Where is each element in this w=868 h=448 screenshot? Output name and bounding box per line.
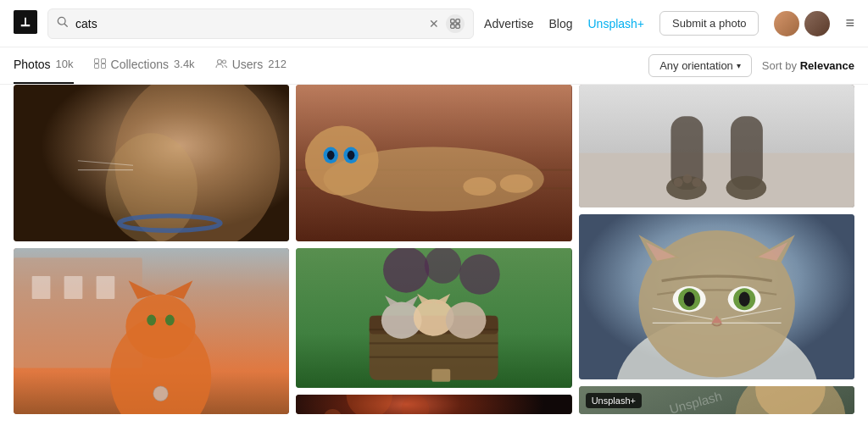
photo-grid: Unsplash+ Unsplash Unsplash Unsplash [0,85,868,414]
svg-rect-22 [64,276,83,299]
svg-rect-9 [94,64,98,68]
svg-point-92 [755,386,825,414]
logo-icon[interactable] [14,10,37,37]
svg-rect-23 [97,276,115,299]
svg-point-70 [682,174,692,184]
grid-col-1 [14,85,289,414]
svg-point-11 [217,59,221,64]
svg-point-44 [425,248,461,284]
svg-point-41 [500,174,533,193]
tab-collections[interactable]: Collections 3.4k [94,47,195,84]
orientation-filter-button[interactable]: Any orientation ▾ [648,54,752,77]
nav-blog[interactable]: Blog [548,17,572,30]
svg-point-68 [726,176,766,200]
unsplash-plus-badge: Unsplash+ [586,393,642,408]
visual-search-icon[interactable] [446,14,465,33]
svg-rect-3 [451,19,454,22]
tabs-bar: Photos 10k Collections 3.4k Users 212 [0,47,868,85]
nav-advertise[interactable]: Advertise [484,17,533,30]
svg-rect-7 [94,58,98,63]
avatar-group [774,11,830,36]
photo-cat-collar[interactable] [14,85,289,241]
svg-point-40 [464,177,497,196]
svg-line-2 [64,24,67,26]
svg-rect-10 [101,64,105,68]
photo-tabby-portrait[interactable] [579,214,854,379]
svg-point-39 [348,151,355,160]
submit-photo-button[interactable]: Submit a photo [659,11,759,36]
svg-point-30 [153,386,168,401]
photo-orange-cat-outdoors[interactable] [14,248,289,414]
svg-point-29 [165,314,175,325]
svg-rect-64 [579,153,854,207]
photo-dark-bokeh[interactable] [296,395,571,414]
svg-rect-6 [456,24,459,27]
sort-label: Sort by Relevance [762,59,854,72]
svg-point-12 [222,60,225,64]
tab-photos-count: 10k [56,58,74,70]
svg-rect-4 [456,19,459,22]
tab-photos-label: Photos [14,58,51,71]
svg-point-35 [305,126,379,196]
header-nav: Advertise Blog Unsplash+ Submit a photo … [484,11,854,36]
svg-rect-8 [101,58,105,63]
nav-unsplash-plus[interactable]: Unsplash+ [587,17,644,30]
svg-rect-5 [451,24,454,27]
svg-rect-21 [32,276,51,299]
search-input[interactable] [75,17,422,30]
svg-point-83 [683,292,694,307]
photo-kittens-basket[interactable] [296,248,571,388]
svg-point-45 [459,254,500,295]
avatar-secondary[interactable] [774,11,799,36]
svg-point-38 [327,151,335,160]
tab-users-count: 212 [268,58,287,70]
photo-cat-blue-eyes[interactable] [296,85,571,241]
tab-collections-label: Collections [111,58,169,71]
photo-cat-feet[interactable] [579,85,854,207]
svg-point-43 [383,248,429,293]
collections-icon [94,58,106,71]
tab-users-label: Users [232,58,264,71]
svg-point-25 [125,295,195,359]
users-icon [215,58,227,71]
tab-photos[interactable]: Photos 10k [14,47,74,84]
avatar-primary[interactable] [804,11,830,36]
chevron-down-icon: ▾ [737,61,741,70]
svg-point-28 [147,314,156,325]
photo-unsplash-plus-cat[interactable]: Unsplash+ Unsplash Unsplash Unsplash [579,386,854,414]
svg-point-71 [692,178,701,187]
grid-col-2 [296,85,571,414]
svg-point-60 [347,395,392,414]
search-bar: ✕ [47,8,474,39]
orientation-label: Any orientation [659,59,733,72]
grid-col-3: Unsplash+ Unsplash Unsplash Unsplash [579,85,854,414]
header: ✕ Advertise Blog Unsplash+ Submit a phot… [0,0,868,47]
search-icon [57,16,69,31]
svg-point-53 [446,302,487,339]
svg-point-69 [673,178,682,187]
tab-users[interactable]: Users 212 [215,47,287,84]
search-clear-icon[interactable]: ✕ [429,18,439,30]
menu-icon[interactable]: ≡ [845,14,854,32]
svg-rect-58 [432,369,451,382]
svg-point-84 [738,292,749,307]
tab-collections-count: 3.4k [174,58,195,70]
